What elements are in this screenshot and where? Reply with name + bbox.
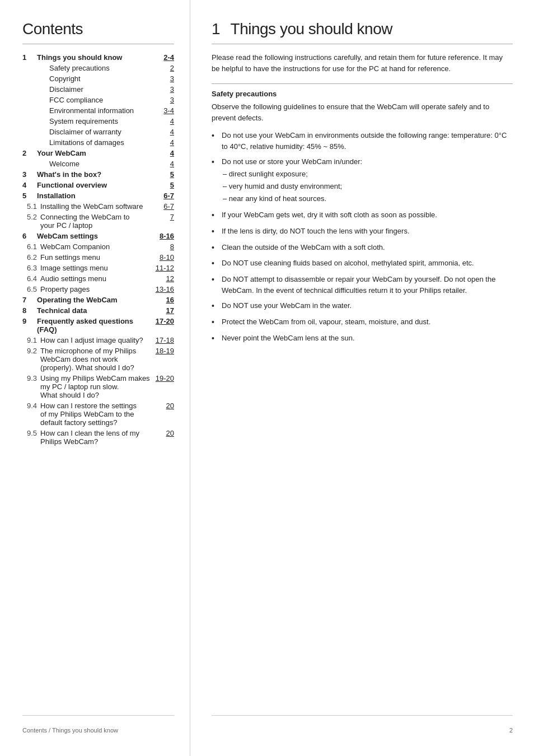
toc-sub-page: 12 bbox=[153, 273, 174, 284]
toc-sub-indent bbox=[22, 95, 37, 105]
toc-sub-num: 9.2 bbox=[22, 346, 37, 373]
toc-sub-page: 6-7 bbox=[153, 201, 174, 212]
bullet-text: If your WebCam gets wet, dry it with sof… bbox=[222, 209, 437, 221]
bullet-text: Do not use your WebCam in environments o… bbox=[222, 130, 513, 152]
toc-sub-row: Disclaimer3 bbox=[22, 84, 174, 95]
toc-section-page: 5 bbox=[153, 169, 174, 180]
bullet-text: Do NOT attempt to disassemble or repair … bbox=[222, 274, 513, 296]
list-item: •If your WebCam gets wet, dry it with so… bbox=[212, 209, 513, 222]
bullet-icon: • bbox=[212, 333, 219, 345]
toc-sub-row: 9.3Using my Philips WebCam makes my PC /… bbox=[22, 373, 174, 400]
toc-sub-label: Property pages bbox=[37, 284, 153, 295]
toc-section-num: 8 bbox=[22, 305, 37, 316]
toc-sub-row: Copyright3 bbox=[22, 73, 174, 84]
sub-list: – direct sunlight exposure;– very humid … bbox=[223, 169, 362, 204]
toc-sub-row: 9.5How can I clean the lens of my Philip… bbox=[22, 428, 174, 447]
toc-sub-label: Image settings menu bbox=[37, 263, 153, 273]
toc-section-label: Operating the WebCam bbox=[37, 295, 153, 305]
toc-main-row: 1Things you should know2-4 bbox=[22, 52, 174, 63]
toc-sub-page: 3 bbox=[153, 95, 174, 105]
toc-section-label: Installation bbox=[37, 190, 153, 201]
safety-precautions-body: Observe the following guidelines to ensu… bbox=[212, 101, 513, 124]
toc-sub-row: System requirements4 bbox=[22, 116, 174, 127]
toc-sub-row: FCC compliance3 bbox=[22, 95, 174, 105]
toc-section-label: Your WebCam bbox=[37, 148, 153, 158]
toc-section-label: WebCam settings bbox=[37, 231, 153, 241]
right-column: 1 Things you should know Please read the… bbox=[190, 0, 534, 756]
toc-section-label: What's in the box? bbox=[37, 169, 153, 180]
toc-main-row: 7Operating the WebCam16 bbox=[22, 295, 174, 305]
toc-sub-label: Fun settings menu bbox=[37, 252, 153, 263]
toc-sub-row: 6.5Property pages13-16 bbox=[22, 284, 174, 295]
toc-section-num: 2 bbox=[22, 148, 37, 158]
toc-sub-indent bbox=[22, 127, 37, 137]
toc-sub-row: 5.2Connecting the WebCam to your PC / la… bbox=[22, 212, 174, 231]
toc-sub-row: Limitations of damages4 bbox=[22, 137, 174, 148]
toc-section-page: 2-4 bbox=[153, 52, 174, 63]
toc-sub-page: 17-18 bbox=[153, 335, 174, 346]
toc-sub-page: 4 bbox=[153, 137, 174, 148]
toc-sub-page: 20 bbox=[153, 428, 174, 447]
bullet-icon: • bbox=[212, 258, 219, 270]
bullet-text: Never point the WebCam lens at the sun. bbox=[222, 333, 355, 344]
toc-sub-page: 4 bbox=[153, 116, 174, 127]
bullet-text: If the lens is dirty, do NOT touch the l… bbox=[222, 226, 410, 237]
list-item: •Do NOT attempt to disassemble or repair… bbox=[212, 274, 513, 296]
toc-sub-indent bbox=[22, 63, 37, 73]
bullet-icon: • bbox=[212, 274, 219, 286]
toc-sub-indent bbox=[22, 105, 37, 116]
list-item: •Protect the WebCam from oil, vapour, st… bbox=[212, 316, 513, 329]
toc-section-label: Things you should know bbox=[37, 52, 153, 63]
toc-main-row: 9Frequently asked questions (FAQ)17-20 bbox=[22, 316, 174, 335]
toc-main-row: 6WebCam settings8-16 bbox=[22, 231, 174, 241]
toc-section-num: 7 bbox=[22, 295, 37, 305]
toc-main-row: 8Technical data17 bbox=[22, 305, 174, 316]
toc-section-label: Functional overview bbox=[37, 180, 153, 190]
toc-section-num: 3 bbox=[22, 169, 37, 180]
toc-sub-label: How can I restore the settings of my Phi… bbox=[37, 400, 153, 428]
toc-sub-row: Disclaimer of warranty4 bbox=[22, 127, 174, 137]
toc-table: 1Things you should know2-4Safety precaut… bbox=[22, 52, 174, 447]
toc-sub-num: 9.5 bbox=[22, 428, 37, 447]
toc-sub-page: 8 bbox=[153, 241, 174, 252]
toc-main-row: 5Installation6-7 bbox=[22, 190, 174, 201]
toc-sub-num: 6.1 bbox=[22, 241, 37, 252]
toc-section-label: Frequently asked questions (FAQ) bbox=[37, 316, 153, 335]
sub-list-item: – direct sunlight exposure; bbox=[223, 169, 362, 180]
toc-sub-label: Disclaimer of warranty bbox=[37, 127, 153, 137]
chapter-title: Things you should know bbox=[231, 20, 392, 38]
toc-sub-num: 6.2 bbox=[22, 252, 37, 263]
toc-section-page: 16 bbox=[153, 295, 174, 305]
sub-list-item: – very humid and dusty environment; bbox=[223, 181, 362, 192]
left-column: Contents 1Things you should know2-4Safet… bbox=[0, 0, 190, 756]
bullet-text: Protect the WebCam from oil, vapour, ste… bbox=[222, 316, 430, 328]
toc-sub-num: 6.3 bbox=[22, 263, 37, 273]
toc-sub-page: 8-10 bbox=[153, 252, 174, 263]
toc-sub-label: How can I clean the lens of my Philips W… bbox=[37, 428, 153, 447]
toc-sub-page: 4 bbox=[153, 127, 174, 137]
toc-sub-label: How can I adjust image quality? bbox=[37, 335, 153, 346]
toc-section-num: 5 bbox=[22, 190, 37, 201]
toc-sub-page: 7 bbox=[153, 212, 174, 231]
toc-sub-label: Connecting the WebCam to your PC / lapto… bbox=[37, 212, 153, 231]
chapter-number: 1 bbox=[212, 20, 221, 38]
toc-sub-label: The microphone of my Philips WebCam does… bbox=[37, 346, 153, 373]
intro-text: Please read the following instructions c… bbox=[212, 52, 513, 74]
safety-precautions-title: Safety precautions bbox=[212, 83, 513, 98]
list-item: •Never point the WebCam lens at the sun. bbox=[212, 333, 513, 345]
page: Contents 1Things you should know2-4Safet… bbox=[0, 0, 534, 756]
toc-sub-label: Using my Philips WebCam makes my PC / la… bbox=[37, 373, 153, 400]
toc-section-page: 17 bbox=[153, 305, 174, 316]
toc-section-page: 6-7 bbox=[153, 190, 174, 201]
toc-sub-page: 19-20 bbox=[153, 373, 174, 400]
bullet-icon: • bbox=[212, 316, 219, 329]
bullet-text: Do NOT use your WebCam in the water. bbox=[222, 300, 352, 311]
left-divider bbox=[22, 44, 174, 44]
toc-sub-page: 13-16 bbox=[153, 284, 174, 295]
toc-sub-label: Environmental information bbox=[37, 105, 153, 116]
toc-sub-num: 5.2 bbox=[22, 212, 37, 231]
toc-sub-label: Copyright bbox=[37, 73, 153, 84]
toc-sub-row: 6.4Audio settings menu12 bbox=[22, 273, 174, 284]
toc-sub-row: 6.3Image settings menu11-12 bbox=[22, 263, 174, 273]
toc-sub-label: FCC compliance bbox=[37, 95, 153, 105]
